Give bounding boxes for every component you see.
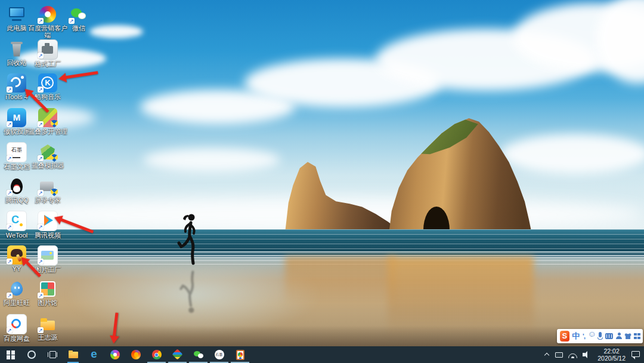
shortcut-arrow-icon: [38, 190, 44, 196]
shortcut-arrow-icon: [7, 190, 13, 196]
taskbar-app-icon: [235, 349, 246, 360]
taskbar-app-icon: [47, 349, 58, 360]
clipboard-app-button[interactable]: [230, 346, 250, 363]
clock-date: 2020/5/12: [597, 355, 626, 362]
windows-desktop: 此电脑 回收站 iTools 4 傲软投屏: [0, 0, 644, 363]
shortcut-arrow-icon: [7, 224, 13, 230]
clock[interactable]: 22:02 2020/5/12: [596, 347, 627, 362]
desktop-icon-baidu-marketing[interactable]: 百度营销客户端: [32, 4, 63, 38]
skin-icon[interactable]: [624, 333, 631, 339]
desktop-icon-bluestacks-emulator[interactable]: 蓝叠模拟器: [32, 141, 63, 176]
desktop-icon-tencent-qq[interactable]: 腾讯QQ: [1, 176, 32, 210]
icon-label: 格式工厂: [27, 60, 69, 67]
shortcut-arrow-icon: [38, 155, 44, 161]
icon-label: 腾讯视频: [27, 232, 69, 239]
sogou-logo-icon[interactable]: [560, 331, 569, 342]
taskbar-app-icon: [214, 349, 225, 360]
shortcut-arrow-icon: [38, 53, 44, 59]
wifi-icon[interactable]: [568, 352, 578, 358]
ime-punctuation-indicator[interactable]: ’,: [583, 329, 585, 343]
shortcut-arrow-icon: [38, 87, 44, 93]
taskbar-app-icon: [5, 349, 16, 360]
shimo-taskbar-button[interactable]: [209, 346, 230, 363]
taskbar-app-icon: [172, 349, 183, 360]
taskbar-app-icon: [151, 349, 162, 360]
start-button[interactable]: [0, 346, 21, 363]
shortcut-arrow-icon: [38, 121, 44, 127]
foreground-shadow: [0, 325, 644, 346]
shortcut-arrow-icon: [38, 224, 44, 230]
runner-silhouette: [177, 212, 205, 269]
task-view-button[interactable]: [42, 346, 63, 363]
shortcut-arrow-icon: [7, 121, 13, 127]
shortcut-arrow-icon: [38, 259, 44, 264]
firefox-button[interactable]: [125, 346, 146, 363]
shortcut-arrow-icon: [7, 327, 13, 333]
desktop-icon-shimo-docs[interactable]: 石墨文档: [1, 141, 32, 176]
colorful-browser-button[interactable]: [104, 346, 125, 363]
desktop-icon-wechat[interactable]: 微信: [63, 4, 94, 38]
cortana-button[interactable]: [21, 346, 42, 363]
icon-label: 图片馆: [27, 299, 69, 306]
toolbox-icon[interactable]: [634, 333, 640, 340]
shortcut-arrow-icon: [69, 18, 75, 24]
profile-icon[interactable]: [615, 333, 622, 340]
wechat-taskbar-button[interactable]: [188, 346, 209, 363]
chrome-button[interactable]: [146, 346, 167, 363]
runner-reflection: [177, 267, 205, 315]
desktop-icon-aliwangwang[interactable]: 阿里旺旺: [1, 278, 32, 313]
system-tray: 22:02 2020/5/12: [544, 346, 644, 363]
sea: [0, 229, 644, 259]
shortcut-arrow-icon: [38, 18, 44, 24]
device-tray-icon[interactable]: [555, 352, 564, 358]
action-center-icon[interactable]: [631, 351, 640, 358]
desktop-icon-screen-record-expert[interactable]: 屏录专家: [32, 176, 63, 210]
cloud: [143, 148, 280, 172]
ime-chinese-mode-indicator[interactable]: 中: [572, 329, 580, 343]
desktop-icon-picture-gallery[interactable]: 图片馆: [32, 278, 63, 313]
taskbar-app-icon: [110, 349, 120, 360]
icon-label: 屏录专家: [27, 196, 69, 204]
taskbar-app-icon: [131, 349, 141, 360]
shortcut-arrow-icon: [38, 293, 44, 299]
app-icon: [7, 39, 26, 59]
file-explorer-button[interactable]: [63, 346, 83, 363]
emoji-icon[interactable]: [587, 333, 594, 340]
desktop-icon-grid: 此电脑 回收站 iTools 4 傲软投屏: [1, 4, 94, 347]
taskbar-app-buttons: [0, 346, 250, 363]
taskbar-app-icon: [89, 349, 100, 360]
desktop-icon-baidu-netdisk[interactable]: 百度网盘: [1, 313, 32, 347]
rock-left-reflection: [285, 257, 395, 307]
desktop-icon-folder-wangzhiyuan[interactable]: 王志源: [32, 313, 63, 347]
icon-label: 微信: [58, 24, 100, 32]
soft-keyboard-icon[interactable]: [605, 333, 613, 339]
edge-button[interactable]: [83, 346, 104, 363]
taskbar-app-icon: [68, 349, 79, 360]
show-hidden-icons-chevron-icon[interactable]: [544, 352, 550, 358]
shortcut-arrow-icon: [7, 155, 13, 161]
voice-input-icon[interactable]: [597, 332, 602, 340]
shortcut-arrow-icon: [38, 327, 44, 333]
app-icon: [7, 5, 26, 24]
desktop-icon-apowermirror[interactable]: 傲软投屏: [1, 107, 32, 141]
cloud: [501, 134, 644, 174]
icon-label: 蓝叠多开管理: [27, 128, 69, 135]
icon-label: 王志源: [27, 334, 69, 341]
icon-label: 蓝叠模拟器: [27, 162, 69, 169]
sogou-ime-toolbar: 中 ’,: [557, 329, 643, 343]
taskbar-app-icon: [26, 349, 37, 360]
desktop-icon-format-factory[interactable]: 格式工厂: [32, 38, 63, 73]
volume-icon[interactable]: [583, 351, 592, 358]
bluestacks-button[interactable]: [167, 346, 188, 363]
shortcut-arrow-icon: [7, 293, 13, 299]
shortcut-arrow-icon: [7, 259, 13, 264]
taskbar-app-icon: [193, 349, 204, 360]
taskbar: 22:02 2020/5/12: [0, 346, 644, 363]
shortcut-arrow-icon: [7, 87, 13, 93]
clock-time: 22:02: [597, 347, 626, 355]
